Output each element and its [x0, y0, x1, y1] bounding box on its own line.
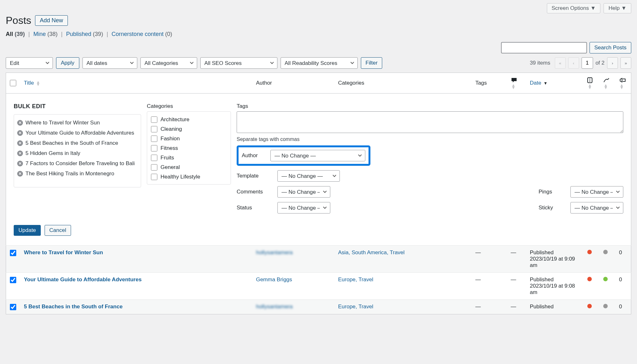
svg-point-2	[589, 80, 590, 80]
svg-point-1	[589, 78, 590, 79]
categories-select[interactable]: All Categories	[140, 57, 197, 69]
pings-select[interactable]: — No Change —	[570, 186, 623, 198]
row-title[interactable]: Your Ultimate Guide to Affordable Advent…	[24, 276, 142, 283]
row-checkbox[interactable]	[10, 277, 16, 283]
bulk-cat-item[interactable]: Healthy Lifestyle	[151, 172, 227, 182]
template-select[interactable]: — No Change —	[277, 170, 340, 182]
bulk-tags-label: Tags	[237, 103, 623, 109]
table-row: Where to Travel for Winter Sunhollysanta…	[6, 246, 631, 273]
cat-checkbox[interactable]	[151, 136, 157, 142]
page-of: of 2	[596, 60, 605, 66]
bulk-post-item: ✕5 Best Beaches in the South of France	[17, 138, 138, 148]
help-button[interactable]: Help ▼	[604, 3, 631, 13]
filter-published[interactable]: Published (39)	[66, 31, 103, 37]
remove-icon[interactable]: ✕	[17, 130, 23, 136]
col-date[interactable]: Date ▼	[530, 80, 548, 86]
cancel-button[interactable]: Cancel	[45, 225, 71, 236]
readability-select[interactable]: All Readability Scores	[281, 57, 358, 69]
sticky-select[interactable]: — No Change —	[570, 202, 623, 214]
prev-page-button[interactable]: ‹	[568, 57, 579, 69]
col-author: Author	[252, 73, 334, 94]
bulk-cat-item[interactable]: General	[151, 163, 227, 172]
filter-mine[interactable]: Mine (38)	[33, 31, 58, 37]
row-tags: —	[471, 300, 507, 314]
template-label: Template	[237, 173, 265, 179]
row-tags: —	[471, 273, 507, 300]
remove-icon[interactable]: ✕	[17, 161, 23, 166]
update-button[interactable]: Update	[14, 225, 41, 236]
cat-checkbox[interactable]	[151, 164, 157, 171]
status-select[interactable]: — No Change —	[277, 202, 330, 214]
remove-icon[interactable]: ✕	[17, 150, 23, 156]
col-categories: Categories	[334, 73, 472, 94]
row-checkbox[interactable]	[10, 250, 16, 256]
post-status-filters: All (39) | Mine (38) | Published (39) | …	[6, 31, 631, 38]
row-categories[interactable]: Asia, South America, Travel	[338, 249, 405, 256]
bulk-edit-label: BULK EDIT	[14, 103, 141, 110]
select-all-checkbox[interactable]	[10, 80, 16, 86]
last-page-button[interactable]: »	[620, 57, 631, 69]
tags-hint: Separate tags with commas	[237, 136, 623, 142]
search-posts-button[interactable]: Search Posts	[590, 42, 631, 53]
comments-select[interactable]: — No Change —	[277, 186, 330, 198]
cat-checkbox[interactable]	[151, 116, 157, 123]
row-categories[interactable]: Europe, Travel	[338, 276, 374, 283]
row-comments: —	[507, 273, 526, 300]
author-label: Author	[242, 152, 261, 159]
col-comments[interactable]: ▲▼	[507, 73, 526, 94]
bulk-cat-item[interactable]: Fruits	[151, 153, 227, 163]
cat-checkbox[interactable]	[151, 174, 157, 180]
row-comments: —	[507, 300, 526, 314]
author-link[interactable]: Gemma Briggs	[256, 276, 292, 283]
remove-icon[interactable]: ✕	[17, 140, 23, 146]
row-date: Published2023/10/19 at 9:08 am	[526, 273, 583, 300]
row-title[interactable]: 5 Best Beaches in the South of France	[24, 304, 123, 310]
cat-checkbox[interactable]	[151, 155, 157, 161]
bulk-categories-label: Categories	[147, 103, 231, 109]
table-row: Your Ultimate Guide to Affordable Advent…	[6, 273, 631, 300]
bulk-cat-item[interactable]: Architecture	[151, 115, 227, 124]
col-title[interactable]: Title ▲▼	[24, 80, 40, 86]
row-checkbox[interactable]	[10, 304, 16, 310]
remove-icon[interactable]: ✕	[17, 171, 23, 177]
col-readability[interactable]: ▲▼	[599, 73, 615, 94]
page-number-input[interactable]	[582, 57, 593, 69]
bulk-cat-item[interactable]: Fitness	[151, 144, 227, 153]
col-seo[interactable]: ▲▼	[583, 73, 599, 94]
row-incoming: 0	[615, 273, 631, 300]
bulk-category-list: ArchitectureCleaningFashionFitnessFruits…	[147, 111, 231, 185]
add-new-button[interactable]: Add New	[35, 15, 68, 26]
filter-all[interactable]: All (39)	[6, 31, 25, 37]
table-row: 5 Best Beaches in the South of Francehol…	[6, 300, 631, 314]
cat-checkbox[interactable]	[151, 126, 157, 132]
next-page-button[interactable]: ›	[607, 57, 618, 69]
seo-select[interactable]: All SEO Scores	[200, 57, 277, 69]
bulk-cat-item[interactable]: Cleaning	[151, 124, 227, 134]
row-categories[interactable]: Europe, Travel	[338, 304, 374, 310]
filter-cornerstone[interactable]: Cornerstone content (0)	[111, 31, 172, 37]
row-incoming: 0	[615, 300, 631, 314]
bulk-action-select[interactable]: Edit	[6, 57, 53, 69]
bulk-post-item: ✕Your Ultimate Guide to Affordable Adven…	[17, 128, 138, 138]
row-incoming: 0	[615, 246, 631, 273]
bulk-cat-item[interactable]: Fashion	[151, 134, 227, 144]
col-incoming-links[interactable]: ▲▼	[615, 73, 631, 94]
items-count: 39 items	[530, 60, 550, 66]
bulk-tags-input[interactable]	[237, 111, 623, 133]
author-select[interactable]: — No Change —	[270, 150, 365, 161]
row-comments: —	[507, 246, 526, 273]
screen-options-button[interactable]: Screen Options ▼	[547, 3, 601, 13]
row-date: Published2023/10/19 at 9:09 am	[526, 246, 583, 273]
row-title[interactable]: Where to Travel for Winter Sun	[24, 249, 103, 256]
row-author: hollysantamera	[252, 246, 334, 273]
dates-select[interactable]: All dates	[82, 57, 137, 69]
filter-button[interactable]: Filter	[361, 57, 383, 69]
remove-icon[interactable]: ✕	[17, 120, 23, 126]
first-page-button[interactable]: «	[555, 57, 566, 69]
apply-button[interactable]: Apply	[56, 57, 79, 69]
row-author: Gemma Briggs	[252, 273, 334, 300]
search-input[interactable]	[501, 42, 587, 53]
page-title: Posts	[6, 15, 31, 26]
row-readability	[599, 300, 615, 314]
cat-checkbox[interactable]	[151, 145, 157, 151]
